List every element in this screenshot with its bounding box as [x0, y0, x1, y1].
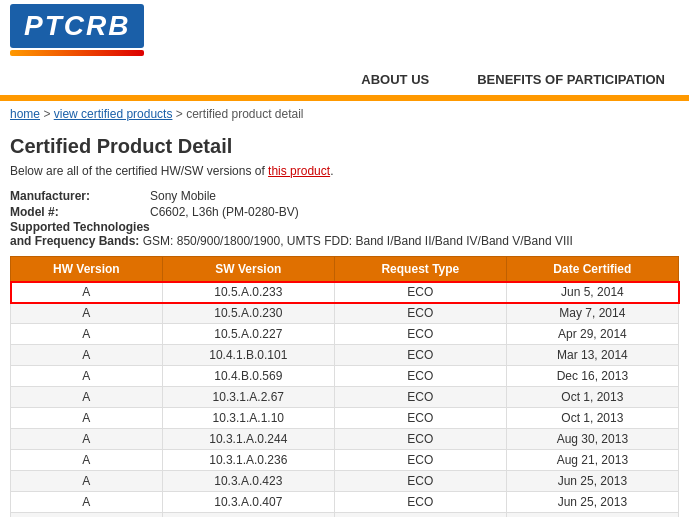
cell-req: ECO	[334, 282, 506, 303]
cell-req: ECO	[334, 303, 506, 324]
cell-sw: 10.1.1.A.1.307	[162, 513, 334, 518]
cell-date: May 7, 2014	[506, 303, 678, 324]
description: Below are all of the certified HW/SW ver…	[10, 164, 679, 178]
cell-req: ECO	[334, 345, 506, 366]
freq-row: and Frequency Bands: GSM: 850/900/1800/1…	[10, 234, 679, 248]
cell-sw: 10.5.A.0.230	[162, 303, 334, 324]
breadcrumb-sep2: >	[176, 107, 186, 121]
cell-date: Jun 5, 2014	[506, 282, 678, 303]
cell-req: ECO	[334, 387, 506, 408]
manufacturer-value: Sony Mobile	[150, 188, 299, 204]
table-row[interactable]: A10.4.B.0.569ECODec 16, 2013	[11, 366, 679, 387]
cell-hw: A	[11, 345, 163, 366]
cell-sw: 10.3.A.0.407	[162, 492, 334, 513]
breadcrumb: home > view certified products > certifi…	[0, 101, 689, 127]
cell-hw: A	[11, 282, 163, 303]
breadcrumb-home[interactable]: home	[10, 107, 40, 121]
supported-tech-label: Supported Technologies	[10, 220, 150, 234]
cell-hw: A	[11, 513, 163, 518]
breadcrumb-view-certified[interactable]: view certified products	[54, 107, 173, 121]
col-request-type: Request Type	[334, 257, 506, 282]
description-link[interactable]: this product	[268, 164, 330, 178]
cell-sw: 10.5.A.0.227	[162, 324, 334, 345]
cell-date: Oct 1, 2013	[506, 387, 678, 408]
cell-date: Jun 25, 2013	[506, 471, 678, 492]
table-row[interactable]: A10.3.A.0.407ECOJun 25, 2013	[11, 492, 679, 513]
nav-bar: ABOUT US BENEFITS OF PARTICIPATION	[0, 60, 689, 97]
cell-sw: 10.3.1.A.0.236	[162, 450, 334, 471]
description-pre: Below are all of the certified HW/SW ver…	[10, 164, 268, 178]
cell-req: ECO	[334, 408, 506, 429]
table-row[interactable]: A10.5.A.0.233ECOJun 5, 2014	[11, 282, 679, 303]
cell-sw: 10.4.B.0.569	[162, 366, 334, 387]
cell-date: May 29, 2013	[506, 513, 678, 518]
nav-benefits[interactable]: BENEFITS OF PARTICIPATION	[473, 64, 669, 95]
cell-sw: 10.4.1.B.0.101	[162, 345, 334, 366]
logo-underline	[10, 50, 144, 56]
freq-value: GSM: 850/900/1800/1900, UMTS FDD: Band I…	[143, 234, 573, 248]
cell-hw: A	[11, 471, 163, 492]
table-row[interactable]: A10.3.A.0.423ECOJun 25, 2013	[11, 471, 679, 492]
header: PTCRB ABOUT US BENEFITS OF PARTICIPATION	[0, 0, 689, 101]
cell-sw: 10.3.1.A.1.10	[162, 408, 334, 429]
table-row[interactable]: A10.3.1.A.2.67ECOOct 1, 2013	[11, 387, 679, 408]
cell-req: ECO	[334, 492, 506, 513]
cell-hw: A	[11, 366, 163, 387]
cell-date: Mar 13, 2014	[506, 345, 678, 366]
cell-hw: A	[11, 324, 163, 345]
cell-hw: A	[11, 429, 163, 450]
model-value: C6602, L36h (PM-0280-BV)	[150, 204, 299, 220]
table-row[interactable]: A10.3.1.A.1.10ECOOct 1, 2013	[11, 408, 679, 429]
supported-label: Supported Technologies	[10, 220, 679, 234]
cell-hw: A	[11, 387, 163, 408]
description-post: .	[330, 164, 333, 178]
table-header-row: HW Version SW Version Request Type Date …	[11, 257, 679, 282]
cell-req: ECO	[334, 429, 506, 450]
main-content: Certified Product Detail Below are all o…	[0, 127, 689, 517]
cell-req: ECO	[334, 513, 506, 518]
cell-hw: A	[11, 492, 163, 513]
certified-products-table: HW Version SW Version Request Type Date …	[10, 256, 679, 517]
model-label: Model #:	[10, 204, 150, 220]
col-date-certified: Date Certified	[506, 257, 678, 282]
table-row[interactable]: A10.3.1.A.0.236ECOAug 21, 2013	[11, 450, 679, 471]
table-row[interactable]: A10.5.A.0.230ECOMay 7, 2014	[11, 303, 679, 324]
cell-date: Oct 1, 2013	[506, 408, 678, 429]
header-top: PTCRB	[0, 0, 689, 60]
cell-req: ECO	[334, 366, 506, 387]
cell-sw: 10.3.A.0.423	[162, 471, 334, 492]
cell-date: Jun 25, 2013	[506, 492, 678, 513]
cell-sw: 10.3.1.A.0.244	[162, 429, 334, 450]
cell-sw: 10.5.A.0.233	[162, 282, 334, 303]
table-row[interactable]: A10.5.A.0.227ECOApr 29, 2014	[11, 324, 679, 345]
manufacturer-label: Manufacturer:	[10, 188, 150, 204]
cell-date: Aug 21, 2013	[506, 450, 678, 471]
table-row[interactable]: A10.3.1.A.0.244ECOAug 30, 2013	[11, 429, 679, 450]
cell-req: ECO	[334, 324, 506, 345]
col-hw-version: HW Version	[11, 257, 163, 282]
breadcrumb-current: certified product detail	[186, 107, 303, 121]
col-sw-version: SW Version	[162, 257, 334, 282]
cell-date: Aug 30, 2013	[506, 429, 678, 450]
nav-about-us[interactable]: ABOUT US	[357, 64, 433, 95]
cell-sw: 10.3.1.A.2.67	[162, 387, 334, 408]
page-title: Certified Product Detail	[10, 135, 679, 158]
cell-req: ECO	[334, 450, 506, 471]
cell-hw: A	[11, 408, 163, 429]
logo-box: PTCRB	[10, 4, 144, 48]
breadcrumb-sep1: >	[43, 107, 53, 121]
cell-date: Dec 16, 2013	[506, 366, 678, 387]
logo-text: PTCRB	[24, 10, 130, 41]
table-row[interactable]: A10.1.1.A.1.307ECOMay 29, 2013	[11, 513, 679, 518]
table-row[interactable]: A10.4.1.B.0.101ECOMar 13, 2014	[11, 345, 679, 366]
logo-area: PTCRB	[10, 4, 144, 56]
freq-label: and Frequency Bands:	[10, 234, 139, 248]
cell-hw: A	[11, 303, 163, 324]
cell-hw: A	[11, 450, 163, 471]
cell-req: ECO	[334, 471, 506, 492]
cell-date: Apr 29, 2014	[506, 324, 678, 345]
product-info: Manufacturer: Sony Mobile Model #: C6602…	[10, 188, 679, 248]
